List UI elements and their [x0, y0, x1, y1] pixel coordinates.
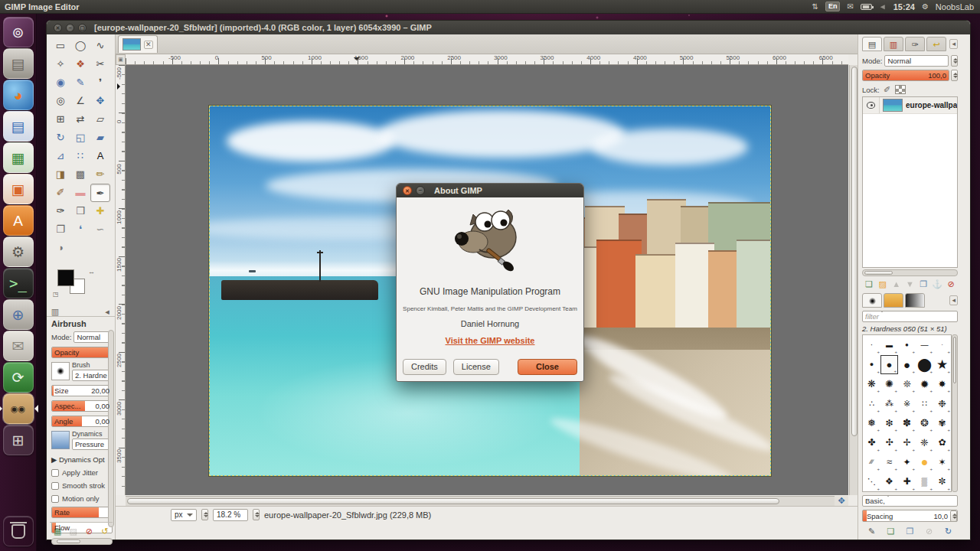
tool-paintbrush[interactable]: ✐ — [51, 184, 70, 202]
launcher-item-files[interactable]: ▤ — [3, 48, 34, 79]
tab-channels[interactable]: ▥ — [884, 37, 903, 51]
tool-gradient[interactable]: ▩ — [70, 165, 90, 184]
launcher-item-libreoffice-impress[interactable]: ▣ — [3, 174, 34, 204]
brush-cell[interactable]: ▒ — [916, 472, 933, 491]
collapse-dock-icon[interactable]: ◂ — [949, 39, 958, 49]
brush-cell[interactable]: ❈ — [916, 433, 933, 452]
brush-select[interactable]: 2. Hardne — [72, 370, 113, 381]
opacity-slider[interactable]: Opacity — [51, 347, 113, 358]
rate-slider[interactable]: Rate — [51, 507, 113, 518]
brush-cell[interactable]: ✣ — [880, 433, 898, 452]
layer-opacity-slider[interactable]: Opacity 100,0 — [862, 70, 949, 81]
tool-eraser[interactable]: ▬ — [70, 184, 90, 202]
session-gear-icon[interactable]: ⚙ — [922, 2, 929, 11]
launcher-item-software-center[interactable]: A — [3, 205, 34, 236]
tool-options-vscrollbar[interactable] — [108, 330, 114, 527]
tool-move[interactable]: ✥ — [90, 92, 110, 110]
spacing-spinner[interactable] — [950, 510, 957, 522]
dialog-minimize-button[interactable]: − — [416, 186, 425, 195]
launcher-item-libreoffice-calc[interactable]: ▦ — [3, 142, 34, 173]
brush-cell[interactable]: ❊ — [898, 374, 916, 393]
brush-cell[interactable]: ✺ — [880, 374, 898, 393]
brush-cell[interactable]: ★ — [933, 355, 951, 374]
foreground-color-swatch[interactable] — [57, 269, 74, 286]
brush-cell[interactable]: ✼ — [933, 472, 951, 491]
checkbox-apply-jitter[interactable]: Apply Jitter — [51, 468, 113, 477]
zoom-level-field[interactable]: 18.2 % — [213, 509, 248, 521]
tool-shear[interactable]: ▰ — [90, 129, 110, 147]
window-close-button[interactable]: ✕ — [54, 24, 62, 32]
about-dialog-titlebar[interactable]: ✕ − About GIMP — [397, 184, 583, 197]
dialog-close-button[interactable]: ✕ — [403, 186, 412, 195]
brush-cell[interactable]: ※ — [898, 394, 916, 413]
launcher-item-workspace-switcher[interactable]: ⊞ — [3, 425, 34, 455]
volume-muted-icon[interactable]: ◄ — [879, 2, 887, 11]
horizontal-ruler[interactable]: -500050010001500200025003000350040004500… — [126, 54, 848, 65]
raise-layer-icon[interactable]: ▲ — [891, 279, 902, 289]
brush-cell[interactable]: ≈ — [880, 452, 898, 471]
anchor-layer-icon[interactable]: ⚓ — [932, 279, 942, 289]
mode-select[interactable]: Normal — [74, 331, 113, 343]
tool-dodge-burn[interactable]: ◑ — [51, 239, 70, 257]
launcher-item-libreoffice-writer[interactable]: ▤ — [3, 111, 34, 142]
checkbox-box[interactable] — [51, 469, 59, 477]
tool-foreground-select[interactable]: ◉ — [51, 73, 70, 92]
tab-layers[interactable]: ▤ — [862, 37, 882, 51]
aspect-ratio-slider[interactable]: Aspec... 0,00 — [51, 400, 113, 412]
new-brush-icon[interactable]: ❏ — [886, 526, 897, 536]
brush-cell[interactable]: ● — [863, 355, 880, 374]
swap-colors-icon[interactable]: ↔ — [88, 268, 95, 276]
tab-patterns[interactable] — [884, 293, 903, 308]
layer-list[interactable]: europe-wallpape — [862, 96, 958, 268]
brush-tag-select[interactable]: Basic, — [862, 495, 958, 507]
checkbox-box[interactable] — [51, 495, 59, 503]
reset-colors-icon[interactable]: ◳ — [53, 291, 59, 298]
tab-undo-history[interactable]: ↩ — [926, 37, 946, 51]
canvas-navigation-button[interactable]: ✥ — [835, 496, 848, 506]
launcher-item-dash-home[interactable]: ⊚ — [3, 17, 34, 47]
delete-layer-icon[interactable]: ⊘ — [946, 279, 956, 289]
delete-brush-icon[interactable]: ⊘ — [924, 526, 935, 536]
tab-gradients[interactable] — [905, 293, 925, 308]
ruler-corner-button[interactable]: ▣ — [116, 54, 126, 65]
tool-text[interactable]: A — [90, 147, 110, 165]
unit-spinner[interactable] — [201, 509, 208, 520]
tool-select-by-color[interactable]: ❖ — [70, 55, 90, 73]
brush-cell[interactable]: ✚ — [898, 472, 916, 491]
brush-cell[interactable]: ❖ — [880, 472, 898, 491]
duplicate-layer-icon[interactable]: ❐ — [918, 279, 929, 289]
tool-scissors-select[interactable]: ✂ — [90, 55, 110, 73]
canvas-hscrollbar[interactable] — [126, 496, 835, 506]
clock[interactable]: 15:24 — [893, 2, 915, 11]
dynamics-options-expander[interactable]: ▶ Dynamics Opt — [51, 455, 113, 464]
tab-close-icon[interactable]: ✕ — [144, 41, 153, 49]
brush-cell[interactable]: ✸ — [933, 374, 951, 393]
brush-cell[interactable]: ∷ — [916, 394, 933, 413]
launcher-item-terminal[interactable]: >_ — [3, 268, 34, 298]
collapse-dock-icon[interactable]: ◂ — [102, 306, 113, 317]
brush-cell[interactable]: ⁂ — [880, 394, 898, 413]
license-button[interactable]: License — [453, 359, 499, 375]
launcher-item-firefox[interactable]: ◕ — [3, 80, 34, 110]
brush-cell[interactable]: ∴ — [863, 394, 880, 413]
brush-cell[interactable]: — — [916, 335, 933, 354]
brush-cell[interactable]: ⬤ — [916, 355, 933, 374]
layer-opacity-spinner[interactable] — [951, 70, 958, 81]
brush-cell[interactable]: ● — [898, 355, 916, 374]
unit-select[interactable]: px — [171, 509, 197, 521]
close-button[interactable]: Close — [518, 359, 577, 375]
layer-row[interactable]: europe-wallpape — [863, 97, 957, 114]
layer-mode-spinner[interactable] — [951, 55, 958, 67]
keyboard-layout-indicator[interactable]: En — [825, 2, 841, 11]
layer-list-hscrollbar[interactable] — [862, 269, 958, 276]
battery-icon[interactable] — [861, 4, 872, 10]
network-icon[interactable]: ⇅ — [812, 2, 818, 11]
tool-options-hscrollbar[interactable] — [51, 538, 113, 545]
brush-cell[interactable]: ❅ — [863, 413, 880, 432]
brush-cell[interactable]: ❋ — [863, 374, 880, 393]
brush-cell[interactable]: ✶ — [933, 452, 951, 471]
tool-rectangle-select[interactable]: ▭ — [51, 37, 70, 55]
tab-paths[interactable]: ✑ — [905, 37, 925, 51]
reset-tool-options-icon[interactable]: ↺ — [100, 526, 110, 536]
tool-blur-sharpen[interactable]: ❛ — [70, 220, 90, 239]
